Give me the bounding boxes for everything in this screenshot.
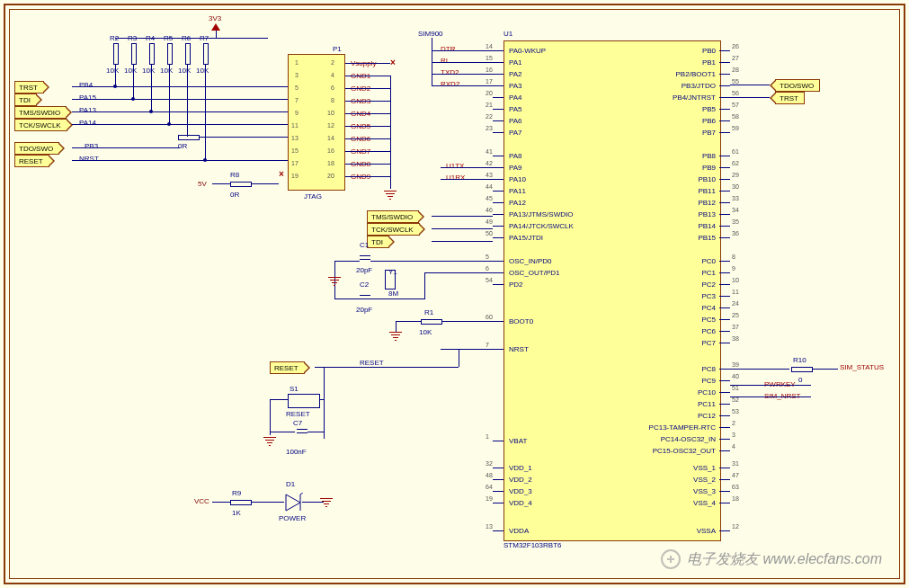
rail-3v3: 3V3 — [209, 14, 221, 22]
mcu-pin-name: PC13-TAMPER-RTC — [649, 423, 716, 432]
mcu-pin-num: 46 — [486, 207, 493, 213]
mcu-pin-name: PA3 — [509, 82, 522, 90]
mcu-pin-num: 32 — [486, 460, 493, 467]
mcu-pin-name: PA9 — [509, 164, 522, 172]
mcu-pin-num: 7 — [486, 342, 489, 348]
mcu-pin-name: PA15/JTDI — [509, 234, 543, 242]
rail-5v: 5V — [198, 180, 207, 188]
mcu-pin-name: PC2 — [701, 281, 716, 289]
mcu-pin-name: PB9 — [702, 164, 716, 172]
mcu-pin-num: 25 — [732, 312, 739, 318]
mcu-pin-num: 60 — [486, 314, 493, 320]
mcu-pin-name: PA11 — [509, 187, 526, 195]
mcu-pin-num: 4 — [732, 443, 735, 450]
mcu-pin-name: PB4/JNTRST — [673, 94, 716, 102]
reset-net: RESET — [360, 359, 384, 367]
mcu-pin-num: 6 — [486, 265, 489, 272]
rail-top — [115, 38, 268, 39]
c7 — [297, 427, 307, 434]
mcu-pin-num: 62 — [732, 160, 739, 166]
gnd-icon — [389, 332, 402, 341]
port-right-trst: TRST — [775, 92, 805, 104]
mcu-pin-name: PA7 — [509, 129, 522, 137]
no-connect-icon: × — [390, 58, 396, 67]
port-mcu-tck: TCK/SWCLK — [367, 223, 420, 236]
mcu-pin-num: 23 — [486, 125, 493, 131]
mcu-pin-name: PB7 — [702, 129, 716, 137]
mcu-part: STM32F103RBT6 — [504, 541, 561, 549]
mcu-pin-num: 9 — [732, 265, 735, 272]
port-reset: RESET — [14, 155, 49, 167]
no-connect-icon: × — [279, 169, 284, 179]
mcu-pin-name: PC7 — [701, 339, 716, 347]
mcu-pin-name: OSC_IN/PD0 — [509, 257, 552, 265]
mcu-pin-num: 43 — [486, 172, 493, 178]
mcu-pin-num: 58 — [732, 113, 739, 120]
mcu-pin-num: 8 — [732, 254, 735, 260]
mcu-pin-num: 40 — [732, 373, 739, 379]
vcc-label: VCC — [194, 497, 209, 505]
mcu-pin-name: PC0 — [701, 257, 716, 265]
mcu-pin-num: 49 — [486, 218, 493, 225]
r-0r-series — [178, 135, 200, 140]
mcu-pin-name: PB10 — [698, 175, 716, 183]
mcu-pin-num: 22 — [486, 113, 493, 120]
mcu-pin-num: 17 — [486, 78, 493, 85]
r7 — [203, 43, 209, 65]
mcu-pin-num: 37 — [732, 324, 739, 330]
mcu-pin-num: 18 — [732, 495, 739, 502]
mcu-pin-num: 26 — [732, 43, 739, 49]
mcu-pin-name: PA10 — [509, 175, 526, 183]
mcu-pin-num: 29 — [732, 172, 739, 178]
r6 — [185, 43, 191, 65]
mcu-pin-name: PC12 — [698, 412, 716, 420]
r10 — [791, 367, 813, 372]
mcu-pin-name: PB11 — [698, 187, 716, 195]
mcu-pin-num: 19 — [486, 495, 493, 502]
gnd-icon — [263, 437, 276, 446]
r8 — [230, 182, 252, 187]
mcu-pin-name: VSS_4 — [693, 499, 716, 507]
mcu-pin-num: 63 — [732, 484, 739, 490]
mcu-pin-num: 45 — [486, 195, 493, 201]
mcu-pin-num: 59 — [732, 125, 739, 131]
mcu-pin-name: PC10 — [698, 388, 716, 396]
mcu-pin-name: PB15 — [698, 234, 716, 242]
mcu-pin-name: VSS_1 — [693, 464, 716, 472]
sheet-border-inner — [9, 9, 900, 579]
r1 — [421, 319, 442, 325]
mcu-pin-name: NRST — [509, 345, 529, 353]
mcu-pin-name: PB14 — [698, 222, 716, 230]
port-mcu-tdi: TDI — [367, 236, 389, 248]
mcu-pin-num: 39 — [732, 361, 739, 368]
mcu-pin-num: 51 — [732, 385, 739, 391]
mcu-pin-num: 30 — [732, 183, 739, 190]
mcu-pin-name: VSS_3 — [693, 487, 716, 495]
svg-line-3 — [300, 493, 307, 494]
r2 — [113, 43, 119, 65]
mcu-pin-name: PC14-OSC32_IN — [661, 435, 716, 443]
mcu-pin-name: PA1 — [509, 58, 522, 67]
mcu-pin-num: 54 — [486, 277, 493, 283]
p1-ref: P1 — [333, 45, 342, 53]
mcu-pin-num: 28 — [732, 67, 739, 73]
mcu-pin-num: 57 — [732, 102, 739, 108]
mcu-pin-num: 13 — [486, 523, 493, 530]
mcu-pin-name: PB1 — [702, 58, 716, 67]
mcu-pin-name: PA8 — [509, 152, 522, 160]
mcu-pin-name: PB13 — [698, 210, 716, 218]
gnd-icon — [384, 191, 397, 200]
reset-switch — [288, 394, 320, 408]
r4 — [149, 43, 155, 65]
mcu-pin-name: PB5 — [702, 105, 716, 113]
mcu-pin-num: 50 — [486, 230, 493, 236]
mcu-pin-num: 47 — [732, 472, 739, 478]
mcu-pin-name: VDD_2 — [509, 476, 532, 484]
mcu-pin-num: 11 — [732, 289, 739, 295]
port-tdo: TDO/SWO — [14, 142, 59, 155]
mcu-pin-name: PB0 — [702, 47, 716, 55]
power-arrow-icon — [211, 23, 220, 31]
mcu-pin-name: VDD_1 — [509, 464, 532, 472]
sim-status: SIM_STATUS — [840, 363, 884, 371]
watermark: 电子发烧友 www.elecfans.com — [660, 548, 882, 570]
